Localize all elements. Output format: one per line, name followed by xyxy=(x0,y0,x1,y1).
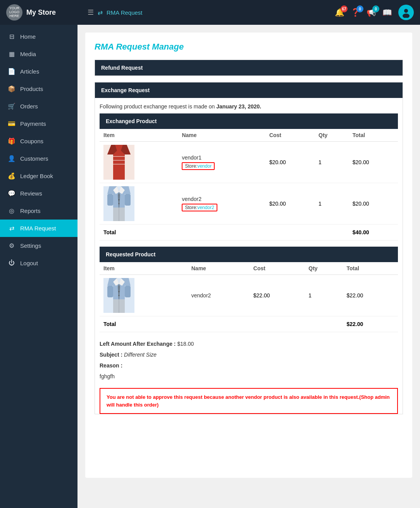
hamburger-icon[interactable]: ☰ xyxy=(88,8,94,17)
product-name-cell: vendor2 Store: vendor2 xyxy=(178,183,265,225)
svg-point-17 xyxy=(119,203,120,204)
sidebar-item-rma[interactable]: ⇄RMA Request xyxy=(0,220,77,237)
sidebar-item-payments[interactable]: 💳Payments xyxy=(0,115,77,132)
layout: ⊟Home▦Media📄Articles📦Products🛒Orders💳Pay… xyxy=(0,25,420,508)
product-total-cell: $22.00 xyxy=(343,275,398,316)
requested-product-block: Requested Product Item Name Cost Qty Tot… xyxy=(100,247,398,332)
svg-point-27 xyxy=(119,291,120,292)
sidebar-item-label: Reports xyxy=(20,208,41,214)
exchanged-product-header: Exchanged Product xyxy=(100,113,398,129)
sidebar-item-label: Settings xyxy=(20,242,41,249)
exchange-info: Following product exchange request is ma… xyxy=(100,98,398,113)
refund-section-header: Refund Request xyxy=(95,60,403,76)
product-image xyxy=(103,186,134,221)
svg-rect-14 xyxy=(125,194,131,206)
table-row: vendor2 $22.00 1 $22.00 xyxy=(100,275,398,316)
sidebar-item-orders[interactable]: 🛒Orders xyxy=(0,98,77,115)
articles-icon: 📄 xyxy=(8,68,15,75)
total-qty xyxy=(315,225,349,240)
sidebar-item-ledger[interactable]: 💰Ledger Book xyxy=(0,167,77,185)
exchange-date-text: Following product exchange request is ma… xyxy=(100,103,215,110)
requested-product-table: Item Name Cost Qty Total xyxy=(100,262,398,332)
product-image xyxy=(103,278,134,313)
sidebar-item-label: Customers xyxy=(20,155,48,162)
brand-logo: YOUR LOGO HERE xyxy=(6,4,22,21)
help-button[interactable]: ❓ 0 xyxy=(351,8,360,17)
sidebar-item-label: Logout xyxy=(20,260,38,266)
logout-icon: ⏻ xyxy=(8,259,15,266)
sidebar-item-label: Payments xyxy=(20,120,46,127)
store-link[interactable]: vendor xyxy=(197,163,212,169)
sidebar-item-label: Ledger Book xyxy=(20,173,53,179)
sidebar-item-label: Orders xyxy=(20,103,38,110)
breadcrumb: RMA Request xyxy=(107,9,143,16)
navbar-middle: ☰ ⇄ RMA Request xyxy=(84,8,335,17)
refund-request-section: Refund Request xyxy=(95,60,403,76)
total-qty xyxy=(305,316,343,332)
avatar[interactable] xyxy=(398,5,414,20)
orders-icon: 🛒 xyxy=(8,103,15,110)
docs-button[interactable]: 📖 xyxy=(382,8,392,17)
exchange-section-header: Exchange Request xyxy=(95,82,403,98)
product-image-cell xyxy=(100,183,178,225)
svg-rect-15 xyxy=(107,194,113,206)
product-vendor-name: vendor1 xyxy=(182,154,261,161)
sidebar-item-label: Reviews xyxy=(20,190,42,197)
exchanged-total-row: Total $40.00 xyxy=(100,225,398,240)
book-icon: 📖 xyxy=(382,8,392,17)
brand-name: My Store xyxy=(26,9,56,17)
navbar-actions: 🔔 67 ❓ 0 📢 0 📖 xyxy=(335,5,414,20)
product-total-cell: $20.00 xyxy=(349,183,398,225)
sidebar-item-customers[interactable]: 👤Customers xyxy=(0,150,77,167)
sidebar-item-label: Articles xyxy=(20,68,39,75)
product-qty-cell: 1 xyxy=(305,275,343,316)
subject-value: Different Size xyxy=(124,352,157,358)
sidebar-item-label: Coupons xyxy=(20,138,43,144)
info-block: Left Amount After Exchange : $18.00 Subj… xyxy=(100,338,398,382)
store-link[interactable]: vendor2 xyxy=(197,205,214,210)
svg-rect-25 xyxy=(125,286,131,297)
navbar: YOUR LOGO HERE My Store ☰ ⇄ RMA Request … xyxy=(0,0,420,25)
announcements-button[interactable]: 📢 0 xyxy=(367,8,376,17)
sidebar-item-coupons[interactable]: 🎁Coupons xyxy=(0,132,77,150)
svg-point-1 xyxy=(403,14,410,18)
sidebar-item-logout[interactable]: ⏻Logout xyxy=(0,254,77,271)
svg-rect-26 xyxy=(107,286,113,297)
product-image-cell xyxy=(100,275,188,316)
product-qty-cell: 1 xyxy=(315,142,349,183)
subject-row: Subject : Different Size xyxy=(100,349,398,360)
product-qty-cell: 1 xyxy=(315,183,349,225)
sidebar-item-home[interactable]: ⊟Home xyxy=(0,28,77,45)
page-card: RMA Request Manage Refund Request Exchan… xyxy=(85,33,412,478)
sidebar-item-reports[interactable]: ◎Reports xyxy=(0,202,77,220)
product-cost-cell: $20.00 xyxy=(265,142,315,183)
warning-box: You are not able to approve this request… xyxy=(100,388,398,414)
total-label: Total xyxy=(100,316,305,332)
reviews-icon: 💬 xyxy=(8,190,15,197)
col-name: Name xyxy=(188,262,250,275)
sidebar: ⊟Home▦Media📄Articles📦Products🛒Orders💳Pay… xyxy=(0,25,77,508)
reports-icon: ◎ xyxy=(8,207,15,215)
sidebar-item-media[interactable]: ▦Media xyxy=(0,45,77,63)
notifications-button[interactable]: 🔔 67 xyxy=(335,8,344,17)
main-content: RMA Request Manage Refund Request Exchan… xyxy=(77,25,420,508)
table-row: vendor2 Store: vendor2 $20.00 1 $20.00 xyxy=(100,183,398,225)
col-qty: Qty xyxy=(305,262,343,275)
svg-point-16 xyxy=(119,199,120,201)
rma-icon: ⇄ xyxy=(8,225,15,232)
store-label: Store: xyxy=(185,163,197,169)
sidebar-item-reviews[interactable]: 💬Reviews xyxy=(0,185,77,202)
sidebar-item-articles[interactable]: 📄Articles xyxy=(0,63,77,80)
col-qty: Qty xyxy=(315,129,349,142)
subject-label: Subject : xyxy=(100,352,122,358)
sidebar-item-products[interactable]: 📦Products xyxy=(0,80,77,98)
sidebar-item-settings[interactable]: ⚙Settings xyxy=(0,237,77,254)
reason-value-row: fghgfh xyxy=(100,371,398,382)
left-amount-value: $18.00 xyxy=(177,341,194,347)
requested-product-header: Requested Product xyxy=(100,247,398,262)
sidebar-item-label: Home xyxy=(20,33,36,40)
total-label: Total xyxy=(100,225,315,240)
table-row: vendor1 Store: vendor $20.00 1 $20.00 xyxy=(100,142,398,183)
exchange-date: January 23, 2020. xyxy=(216,103,261,110)
left-amount-label: Left Amount After Exchange : xyxy=(100,341,176,347)
